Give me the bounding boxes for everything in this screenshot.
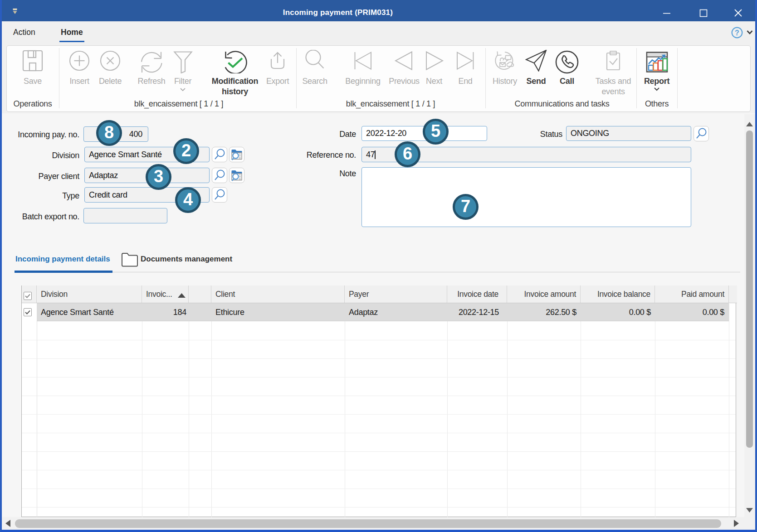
svg-text:?: ? bbox=[735, 29, 739, 37]
